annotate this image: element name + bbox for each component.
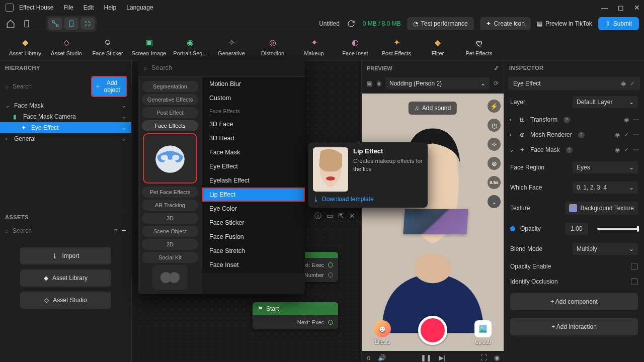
help-icon[interactable]: ? [564,117,570,123]
cat-post-effect[interactable]: Post Effect [142,107,198,118]
reload-icon[interactable]: ⟳ [494,80,499,87]
more-icon[interactable]: ⋯ [633,116,639,123]
step-icon[interactable]: ▶| [439,354,445,361]
popover-item-list[interactable]: Motion Blur Custom Face Effects 3D Face … [202,77,305,273]
close-icon[interactable]: ✕ [634,4,640,12]
item-3d-head[interactable]: 3D Head [202,131,305,145]
tool-asset-studio[interactable]: ◇Asset Studio [46,35,87,58]
info-icon[interactable]: ⓘ [314,212,321,221]
cat-face-effects[interactable]: Face Effects [142,120,198,131]
texture-select[interactable]: Background Texture [565,202,638,215]
add-sound-button[interactable]: ♫ Add sound [409,102,457,115]
more-icon[interactable]: ⋯ [633,131,639,138]
tree-face-mask[interactable]: ⌄ Face Mask ⌄ [0,100,131,111]
tool-screen-image[interactable]: ▣Screen Image [129,35,169,58]
menu-effect-house[interactable]: Effect House [19,4,53,11]
tool-portrait-seg[interactable]: ◉Portrait Seg... [170,35,210,58]
graph-view-icon[interactable] [48,18,62,30]
item-face-fusion[interactable]: Face Fusion [202,230,305,244]
popover-search-input[interactable] [151,64,299,71]
volume-icon[interactable]: 🔊 [378,354,386,361]
submit-button[interactable]: ⇧ Submit [598,17,639,30]
more-icon[interactable]: ⌄ [121,113,126,120]
tool-face-inset[interactable]: ◐Face Inset [335,35,375,58]
asset-library-button[interactable]: ◆Asset Library [20,269,111,287]
exec-port[interactable] [328,262,333,267]
item-face-stretch[interactable]: Face Stretch [202,244,305,258]
effects-button[interactable]: ☻ Effects [374,320,391,345]
close-panel-icon[interactable]: ✕ [349,212,355,221]
item-eyelash[interactable]: Eyelash Effect [202,173,305,188]
assets-search-input[interactable] [13,227,110,234]
wand-icon[interactable]: ✧ [488,138,501,151]
graph-node-start[interactable]: ⚑Start Next: Exec [253,302,338,329]
item-face-liquify[interactable]: Face Liquify [202,272,305,273]
exec-port[interactable] [328,320,333,325]
add-asset-icon[interactable]: + [122,226,126,235]
opacity-input[interactable]: 1.00 [565,223,588,235]
check-icon[interactable]: ✓ [630,80,635,87]
number-port[interactable] [328,273,333,278]
identify-occlusion-checkbox[interactable] [631,278,638,285]
visible-icon[interactable]: ◉ [615,146,620,153]
opacity-enable-checkbox[interactable] [631,263,638,270]
blend-mode-select[interactable]: Multiply⌄ [573,243,638,255]
tool-asset-library[interactable]: ◆Asset Library [5,35,45,58]
item-eye-color[interactable]: Eye Color [202,202,305,216]
music-icon[interactable]: ♫ [366,354,371,361]
tool-face-sticker[interactable]: ☺Face Sticker [88,35,128,58]
layer-select[interactable]: Default Layer⌄ [573,96,638,108]
more-icon[interactable]: ⌄ [121,124,126,131]
section-transform[interactable]: › ⊞ Transform ? ◉⋯ [504,112,644,127]
cat-scene-object[interactable]: Scene Object [142,226,198,237]
hierarchy-search-input[interactable] [13,83,88,90]
menu-edit[interactable]: Edit [84,4,94,11]
device-button[interactable] [21,18,32,29]
speed-icon[interactable]: 0.5x [488,176,501,189]
timer-icon[interactable]: ◴ [488,119,501,132]
keyframe-indicator[interactable] [510,226,515,231]
add-object-button[interactable]: + Add object [92,77,126,96]
more-icon[interactable]: ⌄ [121,102,126,109]
upload-button[interactable]: Upload [474,320,492,345]
opacity-slider[interactable] [597,228,638,230]
add-component-button[interactable]: + Add component [510,293,638,310]
refresh-icon[interactable] [346,18,357,29]
item-face-inset[interactable]: Face Inset [202,258,305,272]
filter-icon[interactable]: ≡ [114,227,118,234]
menu-help[interactable]: Help [104,4,117,11]
item-custom[interactable]: Custom [202,91,305,105]
preview-tiktok-button[interactable]: ▦ Preview in TikTok [537,20,592,27]
tool-makeup[interactable]: ✦Makeup [294,35,334,58]
bolt-icon[interactable]: ⚡ [488,100,501,113]
phone-view-icon[interactable] [64,18,78,30]
asset-studio-button[interactable]: ◇Asset Studio [20,292,111,309]
item-lip-effect[interactable]: Lip Effect [202,188,305,202]
more-icon[interactable]: ⌄ [121,135,126,142]
visible-icon[interactable]: ◉ [621,80,626,87]
pause-icon[interactable]: ❚❚ [421,354,432,361]
tool-pet-effects[interactable]: ღPet Effects [459,35,499,58]
tree-eye-effect[interactable]: ✦ Eye Effect ⌄ [0,122,131,133]
visible-icon[interactable]: ◉ [624,116,629,123]
minimize-icon[interactable]: — [601,4,608,12]
add-interaction-button[interactable]: + Add interaction [510,318,638,335]
item-face-sticker[interactable]: Face Sticker [202,216,305,230]
item-motion-blur[interactable]: Motion Blur [202,77,305,91]
menu-language[interactable]: Language [126,4,153,11]
item-eye-effect[interactable]: Eye Effect [202,159,305,173]
cat-generative[interactable]: Generative Effects [142,94,198,105]
maximize-icon[interactable]: ◻ [618,4,624,12]
more-icon[interactable]: ⋯ [633,146,639,153]
which-face-select[interactable]: 0, 1, 2, 3, 4⌄ [573,182,638,194]
popout-icon[interactable]: ⇱ [338,212,344,221]
calendar-icon[interactable]: ▭ [327,212,333,221]
cat-social-kit[interactable]: Social Kit [142,252,198,263]
help-icon[interactable]: ? [578,132,585,138]
camera-toggle-icon[interactable]: ◉ [376,80,381,87]
help-icon[interactable]: ? [566,147,573,153]
fullscreen-icon[interactable]: ⛶ [480,354,487,361]
tree-general[interactable]: › General ⌄ [0,133,131,144]
tool-filter[interactable]: ◆Filter [418,35,458,58]
test-performance-button[interactable]: ◔ Test performance [407,17,474,30]
